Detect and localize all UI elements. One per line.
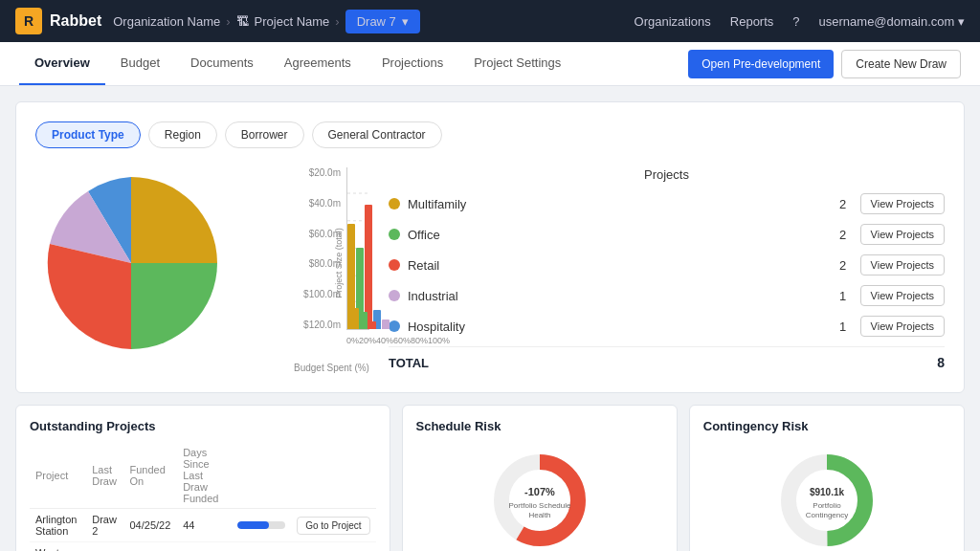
schedule-risk-donut: -107% Portfolio Schedule Health [416,443,663,551]
tab-projections[interactable]: Projections [367,42,458,85]
y-label-6: $120.0m [303,320,341,330]
legend-dot-industrial [389,290,400,301]
pie-chart [35,167,227,359]
outstanding-projects-card: Outstanding Projects Project Last Draw F… [15,405,390,551]
filter-general-contractor[interactable]: General Contractor [312,121,442,148]
col-progress [232,443,291,509]
schedule-risk-title: Schedule Risk [416,419,663,433]
x-80: 80% [411,336,428,345]
legend-row-retail: Retail 2 View Projects [389,254,945,276]
open-pre-development-button[interactable]: Open Pre-development [688,50,834,78]
projects-legend: Projects Multifamily 2 View Projects Off… [389,167,945,370]
y-label-2: $40.0m [309,198,341,209]
col-days: Days Since Last Draw Funded [177,443,232,509]
filter-borrower[interactable]: Borrower [225,121,304,148]
project-icon: 🏗 [236,14,249,29]
tab-project-settings[interactable]: Project Settings [458,42,576,85]
x-20: 20% [359,336,376,345]
app-name: Rabbet [50,12,101,30]
project-name[interactable]: Project Name [255,14,330,29]
legend-dot-retail [389,259,400,271]
total-count: 8 [937,355,945,370]
tab-agreements[interactable]: Agreements [269,42,367,85]
legend-count-hospitality: 1 [834,320,853,334]
nav-right: Organizations Reports ? username@domain.… [635,14,965,29]
cell-project: West Texas Westin [30,542,86,552]
schedule-risk-card: Schedule Risk -107% Portfolio Schedule H… [402,405,678,551]
go-to-project-button[interactable]: Go to Project [297,517,369,535]
schedule-donut-svg: -107% Portfolio Schedule Health [487,448,592,551]
view-projects-industrial[interactable]: View Projects [860,285,945,306]
bar-chart: $120.0m $100.0m $80.0m $60.0m $40.0m $20… [294,167,369,359]
outstanding-table: Project Last Draw Funded On Days Since L… [30,443,376,551]
view-projects-hospitality[interactable]: View Projects [860,316,945,337]
cell-action[interactable]: Go to Project [291,509,375,542]
projects-title: Projects [389,167,945,182]
table-row: Arlington Station Draw 2 04/25/22 44 Go … [30,509,376,542]
tab-budget[interactable]: Budget [105,42,175,85]
view-projects-multifamily[interactable]: View Projects [860,193,945,214]
help-icon[interactable]: ? [792,14,799,29]
progress-bar-fill [237,521,269,529]
cell-funded-on: 04/25/22 [124,542,178,552]
table-row: West Texas Westin Draw 2 04/25/22 44 Go … [30,542,376,552]
portfolio-content: $120.0m $100.0m $80.0m $60.0m $40.0m $20… [35,167,945,373]
draw-label: Draw 7 [357,14,396,29]
legend-count-retail: 2 [834,258,853,273]
create-new-draw-button[interactable]: Create New Draw [841,50,961,78]
bar-multifamily-20 [351,308,359,329]
x-axis-labels: 0% 20% 40% 60% 80% 100% [346,332,369,359]
filter-region[interactable]: Region [148,121,217,148]
sub-nav: Overview Budget Documents Agreements Pro… [0,42,980,86]
total-label: TOTAL [389,356,929,370]
svg-text:Health: Health [528,511,550,519]
bar-office-20 [360,312,368,329]
reports-link[interactable]: Reports [730,14,774,29]
col-funded-on: Funded On [124,443,178,509]
view-projects-office[interactable]: View Projects [860,224,945,245]
filter-product-type[interactable]: Product Type [35,121,141,148]
cell-action[interactable]: Go to Project [291,542,375,552]
legend-count-multifamily: 2 [834,197,853,211]
progress-bar [237,521,285,529]
bar-chart-area [346,167,369,330]
legend-dot-hospitality [389,320,400,332]
user-menu[interactable]: username@domain.com ▾ [819,14,965,29]
bar-chart-section: $120.0m $100.0m $80.0m $60.0m $40.0m $20… [246,167,369,373]
legend-label-multifamily: Multifamily [408,197,826,211]
x-40: 40% [376,336,393,345]
table-header-row: Project Last Draw Funded On Days Since L… [30,443,376,509]
cell-progress [232,542,291,552]
legend-label-industrial: Industrial [408,289,826,303]
bar-ind-0 [382,320,390,329]
contingency-risk-donut: $910.1k Portfolio Contingency [703,443,950,551]
organizations-link[interactable]: Organizations [635,14,711,29]
cell-progress [232,509,291,542]
legend-row-multifamily: Multifamily 2 View Projects [389,193,945,214]
view-projects-retail[interactable]: View Projects [860,254,945,276]
draw-selector-button[interactable]: Draw 7 ▾ [345,10,420,33]
col-action [291,443,375,509]
cell-last-draw: Draw 2 [86,509,123,542]
x-axis-title: Budget Spent (%) [294,363,369,373]
outstanding-title: Outstanding Projects [30,419,376,433]
legend-count-industrial: 1 [834,289,853,303]
main-content: Product Type Region Borrower General Con… [0,86,980,551]
svg-text:Portfolio Schedule: Portfolio Schedule [508,501,570,510]
contingency-risk-title: Contingency Risk [703,419,950,433]
org-name[interactable]: Organization Name [113,14,220,29]
cell-project: Arlington Station [30,509,86,542]
tab-overview[interactable]: Overview [19,42,105,85]
legend-label-office: Office [408,228,826,242]
y-label-1: $20.0m [309,167,341,178]
tab-documents[interactable]: Documents [175,42,269,85]
legend-row-hospitality: Hospitality 1 View Projects [389,316,945,337]
y-axis-title: Project Size (total) [334,228,344,298]
legend-count-office: 2 [834,228,853,242]
cell-last-draw: Draw 2 [86,542,123,552]
legend-dot-multifamily [389,198,400,209]
x-0: 0% [346,336,359,345]
chevron-down-icon: ▾ [402,14,409,29]
x-100: 100% [428,336,450,345]
app-logo: R Rabbet [15,8,101,34]
